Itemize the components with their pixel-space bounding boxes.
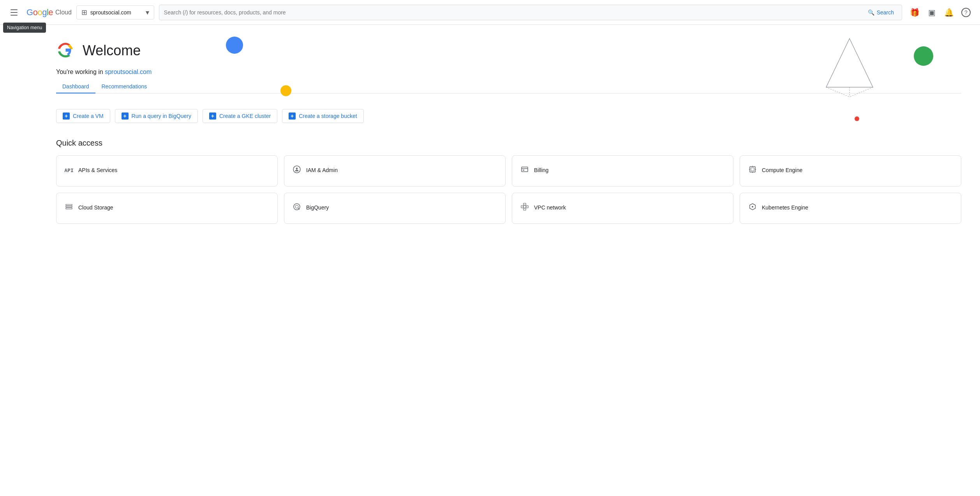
help-icon: ?	[961, 8, 971, 17]
google-cloud-icon	[56, 40, 76, 61]
vpc-icon	[520, 203, 529, 213]
compute-icon	[748, 165, 757, 175]
iam-label: IAM & Admin	[306, 167, 338, 173]
tab-recommendations[interactable]: Recommendations	[95, 80, 153, 93]
welcome-heading: Welcome	[83, 42, 141, 59]
welcome-section: Welcome You're working in sproutsocial.c…	[56, 40, 961, 93]
navigation-menu-tooltip: Navigation menu	[3, 23, 46, 33]
compute-engine-label: Compute Engine	[762, 167, 802, 173]
org-link[interactable]: sproutsocial.com	[105, 69, 152, 75]
create-vm-label: Create a VM	[73, 113, 104, 119]
bigquery-plus-icon: +	[122, 113, 129, 120]
bigquery-label: Run a query in BigQuery	[132, 113, 191, 119]
storage-bucket-label: Create a storage bucket	[299, 113, 357, 119]
kubernetes-label: Kubernetes Engine	[762, 204, 808, 211]
project-name: sproutsocial.com	[90, 9, 143, 16]
help-button[interactable]: ?	[958, 5, 974, 20]
cloud-storage-label: Cloud Storage	[78, 204, 113, 211]
header-actions: 🎁 ▣ 🔔 ?	[907, 5, 974, 20]
quick-access-title: Quick access	[56, 139, 961, 148]
gke-label: Create a GKE cluster	[219, 113, 271, 119]
hamburger-icon	[11, 9, 18, 16]
card-compute-engine[interactable]: Compute Engine	[740, 155, 961, 186]
card-apis-services[interactable]: API APIs & Services	[56, 155, 278, 186]
gift-button[interactable]: 🎁	[907, 5, 922, 20]
card-cloud-storage[interactable]: Cloud Storage	[56, 193, 278, 224]
card-vpc-network[interactable]: VPC network	[512, 193, 733, 224]
card-billing[interactable]: Billing	[512, 155, 733, 186]
svg-rect-9	[750, 167, 755, 172]
card-bigquery[interactable]: BigQuery	[284, 193, 506, 224]
vpc-label: VPC network	[534, 204, 566, 211]
svg-point-30	[752, 206, 753, 208]
svg-rect-6	[522, 167, 528, 172]
project-dropdown-arrow: ▾	[146, 8, 149, 17]
notifications-button[interactable]: 🔔	[941, 5, 957, 20]
kubernetes-icon	[748, 203, 757, 213]
svg-rect-17	[66, 208, 72, 209]
cloud-storage-icon	[64, 203, 74, 213]
bell-icon: 🔔	[944, 8, 954, 17]
bigquery-card-label: BigQuery	[306, 204, 329, 211]
apis-icon: API	[64, 167, 74, 173]
cloud-shell-icon: ▣	[928, 8, 936, 17]
bigquery-button[interactable]: + Run a query in BigQuery	[115, 109, 198, 123]
apis-label: APIs & Services	[78, 167, 117, 173]
project-selector[interactable]: ⊞ sproutsocial.com ▾	[76, 5, 154, 19]
cloud-wordmark: Cloud	[55, 9, 72, 16]
tab-dashboard[interactable]: Dashboard	[56, 80, 95, 93]
svg-rect-16	[66, 206, 72, 207]
header: Google Cloud ⊞ sproutsocial.com ▾ 🔍 Sear…	[0, 0, 980, 25]
google-cloud-logo[interactable]: Google Cloud	[26, 7, 72, 18]
decorative-background	[0, 25, 980, 496]
iam-icon	[292, 165, 301, 175]
create-vm-button[interactable]: + Create a VM	[56, 109, 110, 123]
quick-access-section: Quick access API APIs & Services IAM & A…	[56, 139, 961, 224]
cloud-shell-button[interactable]: ▣	[924, 5, 939, 20]
search-icon: 🔍	[868, 9, 874, 16]
search-button-label: Search	[877, 9, 894, 16]
project-icon: ⊞	[81, 8, 87, 17]
header-left: Google Cloud	[6, 5, 72, 20]
bigquery-icon	[292, 203, 301, 213]
navigation-menu-button[interactable]	[6, 5, 22, 20]
card-iam-admin[interactable]: IAM & Admin	[284, 155, 506, 186]
search-button[interactable]: 🔍 Search	[865, 8, 897, 17]
svg-rect-15	[66, 204, 72, 206]
gift-icon: 🎁	[910, 8, 920, 17]
welcome-title: Welcome	[56, 40, 961, 61]
svg-rect-5	[295, 170, 298, 171]
google-wordmark: Google	[26, 7, 53, 18]
card-kubernetes-engine[interactable]: Kubernetes Engine	[740, 193, 961, 224]
gke-plus-icon: +	[209, 113, 216, 120]
billing-label: Billing	[534, 167, 548, 173]
working-in-text: You're working in sproutsocial.com	[56, 69, 961, 76]
quick-access-grid: API APIs & Services IAM & Admin	[56, 155, 961, 224]
tabs: Dashboard Recommendations	[56, 80, 961, 93]
main-content: Welcome You're working in sproutsocial.c…	[0, 25, 980, 496]
svg-point-19	[295, 205, 298, 208]
gke-cluster-button[interactable]: + Create a GKE cluster	[203, 109, 277, 123]
action-buttons: + Create a VM + Run a query in BigQuery …	[56, 109, 961, 123]
storage-bucket-button[interactable]: + Create a storage bucket	[282, 109, 363, 123]
create-vm-plus-icon: +	[63, 113, 70, 120]
billing-icon	[520, 165, 529, 175]
search-input[interactable]	[164, 9, 862, 16]
storage-plus-icon: +	[289, 113, 296, 120]
svg-rect-10	[751, 168, 754, 171]
search-bar: 🔍 Search	[159, 5, 902, 20]
svg-rect-8	[523, 170, 524, 171]
